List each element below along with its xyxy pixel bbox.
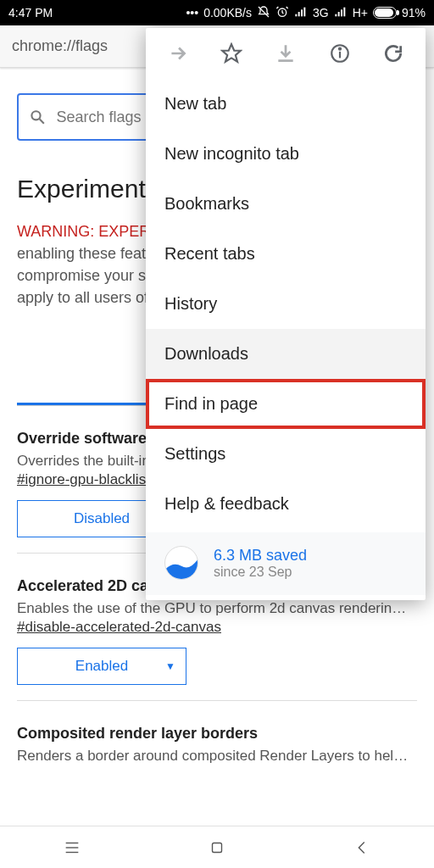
data-saver-icon: [164, 546, 198, 580]
status-net2: H+: [353, 6, 368, 19]
refresh-icon[interactable]: [382, 42, 404, 64]
battery-icon: [373, 7, 397, 19]
status-time: 4:47 PM: [8, 6, 186, 19]
menu-downloads[interactable]: Downloads: [146, 329, 426, 379]
data-saved-since: since 23 Sep: [214, 565, 307, 580]
status-battery: 91%: [402, 6, 426, 19]
flag-state-select[interactable]: Enabled ▼: [17, 648, 186, 685]
flag-state-label: Enabled: [75, 658, 128, 675]
chevron-down-icon: ▼: [165, 660, 175, 672]
search-icon: [29, 108, 46, 126]
signal-icon-1: [294, 5, 308, 21]
svg-rect-3: [298, 12, 300, 16]
menu-settings[interactable]: Settings: [146, 429, 426, 479]
svg-rect-7: [337, 12, 339, 16]
menu-help-feedback[interactable]: Help & feedback: [146, 479, 426, 529]
svg-line-11: [40, 120, 44, 124]
svg-point-15: [338, 48, 340, 50]
download-icon[interactable]: [275, 42, 297, 64]
flag-hash[interactable]: #disable-accelerated-2d-canvas: [17, 619, 417, 636]
flag-desc: Renders a border around composited Rende…: [17, 743, 417, 766]
menu-bookmarks[interactable]: Bookmarks: [146, 179, 426, 229]
svg-rect-9: [343, 7, 345, 16]
status-speed: 0.00KB/s: [203, 6, 252, 19]
svg-rect-4: [301, 9, 303, 16]
status-net1: 3G: [313, 6, 329, 19]
status-dots: •••: [186, 6, 198, 19]
menu-new-tab[interactable]: New tab: [146, 79, 426, 129]
menu-icon-row: [146, 28, 426, 79]
menu-new-incognito[interactable]: New incognito tab: [146, 129, 426, 179]
flag-title: Composited render layer borders: [17, 725, 417, 743]
chrome-menu: New tab New incognito tab Bookmarks Rece…: [146, 28, 426, 600]
alarm-icon: [275, 5, 289, 21]
svg-rect-6: [335, 14, 337, 16]
flag-state-label: Disabled: [74, 510, 130, 527]
svg-rect-19: [212, 843, 221, 852]
system-nav-bar: [0, 826, 434, 868]
svg-rect-5: [303, 7, 305, 16]
bookmark-star-icon[interactable]: [220, 42, 242, 64]
svg-marker-12: [223, 44, 242, 62]
forward-icon[interactable]: [167, 42, 189, 64]
info-icon[interactable]: [329, 42, 351, 64]
menu-recent-tabs[interactable]: Recent tabs: [146, 229, 426, 279]
status-bar: 4:47 PM ••• 0.00KB/s 3G H+ 91%: [0, 0, 434, 25]
home-icon[interactable]: [208, 838, 226, 857]
data-saved-amount: 6.3 MB saved: [214, 547, 307, 565]
menu-data-saved[interactable]: 6.3 MB saved since 23 Sep: [146, 532, 426, 595]
dnd-icon: [257, 5, 270, 21]
warning-text-red: WARNING: EXPERI: [17, 223, 154, 240]
svg-rect-2: [295, 14, 297, 16]
back-icon[interactable]: [353, 838, 371, 857]
recent-apps-icon[interactable]: [63, 838, 81, 857]
flag-item: Composited render layer borders Renders …: [17, 701, 417, 782]
svg-rect-8: [341, 9, 342, 16]
menu-find-in-page[interactable]: Find in page: [146, 379, 426, 429]
address-url: chrome://flags: [12, 37, 108, 55]
signal-icon-2: [334, 5, 348, 21]
svg-point-10: [31, 111, 40, 120]
menu-history[interactable]: History: [146, 279, 426, 329]
